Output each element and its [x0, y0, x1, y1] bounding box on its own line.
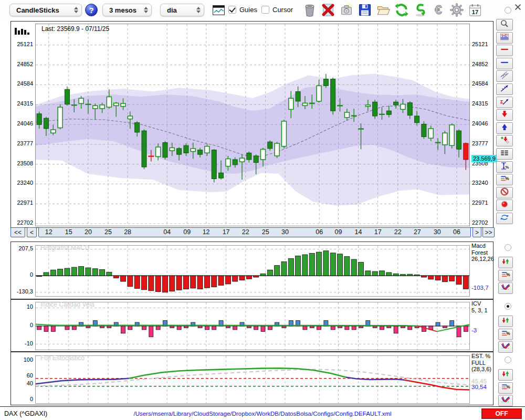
icv-curves-button[interactable] [498, 341, 513, 353]
swap-button[interactable] [496, 213, 513, 224]
percent-lines-button[interactable]: % [496, 174, 513, 185]
icv-radio[interactable] [505, 303, 511, 310]
toolbar-euro-button[interactable]: € [431, 3, 446, 17]
check-icon [229, 6, 235, 13]
config-path-link[interactable]: /Users/mserra/Library/CloudStorage/Dropb… [66, 411, 459, 417]
current-price-label: 23.569,9 [471, 155, 497, 162]
stoch-percent-lines-button[interactable]: % [498, 382, 513, 394]
stoch-plot[interactable] [35, 355, 470, 404]
svg-text:%: % [506, 165, 509, 170]
nav-date-label: 06 [453, 228, 460, 236]
off-toggle-button[interactable]: OFF [481, 408, 522, 419]
toolbar-calendar-button[interactable]: 17 [468, 3, 482, 17]
zoom-button[interactable] [496, 19, 513, 30]
macd-updown-button[interactable] [498, 257, 513, 268]
y-axis-label: 207,5 [12, 245, 33, 251]
toolbar-sync-button[interactable] [413, 3, 427, 17]
nav-date-label: 28 [124, 228, 131, 236]
toolbar-snapshot-button[interactable] [339, 3, 354, 17]
arrow-up-button[interactable] [496, 122, 513, 134]
icv-updown-button[interactable] [498, 316, 513, 327]
last-price-label: Last: 23569.9 - 07/11/25 [41, 25, 109, 33]
trendline-icon [499, 83, 510, 95]
price-chart[interactable] [35, 24, 470, 226]
macd-radio[interactable] [505, 244, 511, 251]
toolbar-settings-button[interactable] [449, 3, 464, 17]
y-axis-label: 24315 [472, 100, 494, 107]
nav-prev-button[interactable]: < [27, 227, 37, 237]
cursor-checkbox[interactable] [261, 6, 269, 14]
date-navigation-bar: << < 12152025280409121722253006091417222… [10, 227, 492, 238]
nav-date-label: 17 [223, 228, 230, 236]
macd-percent-lines-button[interactable]: % [498, 270, 513, 281]
toolbar-trash-button[interactable] [302, 3, 317, 17]
stoch-radio[interactable] [505, 356, 511, 363]
toolbar-refresh-button[interactable] [394, 3, 409, 17]
y-axis-label: 22971 [12, 200, 33, 206]
arrow-down-button[interactable] [496, 109, 513, 121]
curves-icon [500, 282, 511, 294]
blue-hline-icon [499, 58, 510, 69]
svg-text:%: % [506, 272, 510, 277]
nav-last-button[interactable]: >> [482, 227, 495, 237]
y-axis-label: 24046 [472, 120, 494, 127]
trendline-button[interactable] [496, 83, 513, 95]
nav-date-label: 22 [242, 228, 249, 236]
sum-trendline-icon: Σ [499, 97, 510, 108]
stoch-curves-button[interactable] [498, 395, 513, 406]
interval-select[interactable]: dia [160, 4, 204, 16]
main-chart-radio[interactable] [505, 7, 511, 14]
percent-lines-icon: % [500, 329, 511, 340]
date-axis-track[interactable]: 1215202528040912172225300609141722273006 [38, 227, 471, 237]
svg-text:%: % [506, 331, 510, 335]
indicator-chart-button[interactable] [496, 32, 513, 44]
guies-checkbox[interactable] [228, 6, 236, 14]
calendar-icon: 17 [468, 10, 482, 19]
panel-title: Histgrama MACD [40, 244, 89, 251]
y-axis-label: 22702 [12, 219, 33, 226]
y-axis-label: 23240 [472, 180, 494, 186]
histogram-mini-icon [15, 27, 29, 35]
channel-button[interactable] [496, 70, 513, 82]
indicator-name-label: EST. %FULL(28,3,6) [471, 353, 496, 373]
blue-hline-button[interactable] [496, 58, 513, 69]
nav-next-button[interactable]: > [472, 227, 481, 237]
sum-trendline-button[interactable]: Σ [496, 97, 513, 108]
help-button[interactable]: ? [85, 4, 98, 16]
period-select[interactable]: 3 mesos [102, 4, 152, 16]
macd-curves-button[interactable] [498, 282, 513, 294]
y-axis-label: 25121 [12, 41, 33, 47]
nav-first-button[interactable]: << [10, 227, 25, 237]
chart-type-select[interactable]: CandleSticks [9, 4, 82, 16]
toolbar-open-button[interactable] [376, 3, 391, 17]
y-axis-label: 23777 [472, 140, 494, 146]
nav-date-label: 15 [65, 228, 72, 236]
toolbar-save-button[interactable] [358, 3, 372, 17]
cursor-label: Cursor [272, 6, 293, 14]
list-button[interactable] [496, 148, 513, 160]
channel-icon [499, 70, 510, 82]
toolbar: CandleSticks ? 3 mesos dia Guies Cursor … [0, 0, 525, 21]
record-button[interactable] [496, 200, 513, 211]
red-hline-button[interactable] [496, 45, 513, 56]
updown-icon [500, 316, 511, 327]
panel-title: Indice Calidad Vela [40, 301, 94, 308]
mini-chart-button[interactable] [212, 5, 225, 16]
percent-lines-icon: % [500, 270, 511, 281]
vertical-percent-button[interactable]: % [496, 161, 513, 173]
stepper-icon [74, 7, 78, 13]
arrow-down-icon [499, 109, 510, 121]
indicator-value-label: -103,7 [471, 285, 489, 291]
toolbar-delete-button[interactable] [321, 3, 335, 17]
y-axis-label: 24046 [12, 120, 33, 127]
guies-label: Guies [239, 6, 257, 14]
panel-title: Full Estocastico [40, 354, 85, 362]
macd-plot[interactable] [35, 245, 470, 297]
add-signals-button[interactable] [496, 135, 513, 146]
y-axis-label: 0 [12, 322, 33, 328]
icv-plot[interactable] [35, 302, 470, 350]
forbidden-button[interactable] [496, 187, 513, 198]
period-value: 3 mesos [109, 6, 136, 14]
stoch-updown-button[interactable] [498, 369, 513, 381]
icv-percent-lines-button[interactable]: % [498, 329, 513, 340]
